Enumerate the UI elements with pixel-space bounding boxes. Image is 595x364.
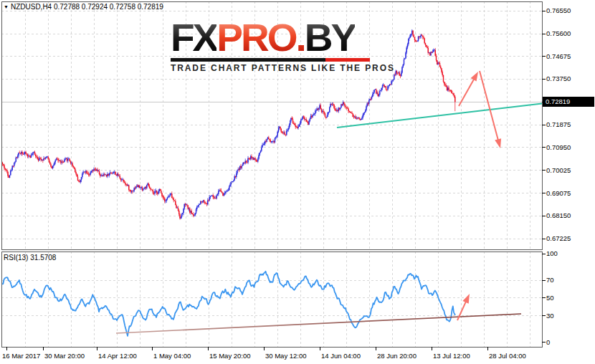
chart-window: FXPRO.BY TRADE CHART PATTERNS LIKE THE P…	[0, 0, 595, 364]
chart-canvas[interactable]	[0, 0, 595, 364]
current-price-tag: 0.72819	[543, 97, 594, 107]
symbol-ohlc-label: ▼NZDUSD,H4 0.72788 0.72924 0.72758 0.728…	[4, 3, 163, 11]
symbol-ohlc-text: NZDUSD,H4 0.72788 0.72924 0.72758 0.7281…	[11, 3, 163, 11]
rsi-indicator-label: RSI(13) 31.5708	[4, 254, 56, 262]
collapse-arrow-icon[interactable]: ▼	[4, 4, 9, 9]
